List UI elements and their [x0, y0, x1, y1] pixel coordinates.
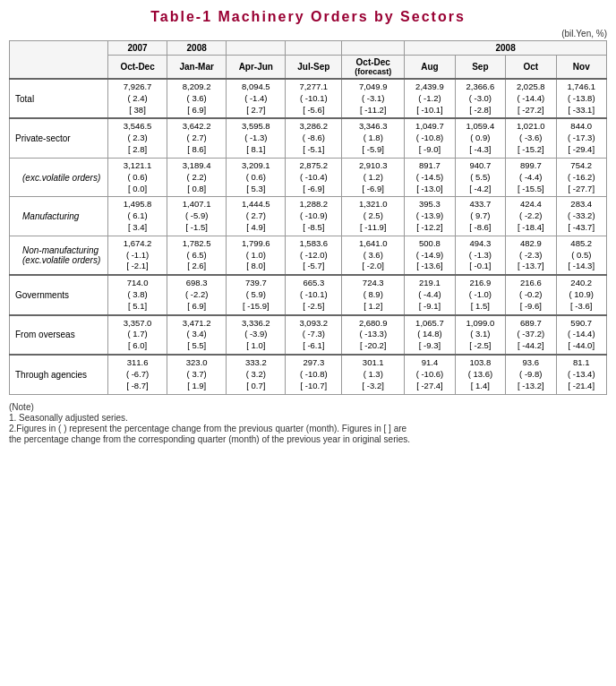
- data-cell: 311.6 ( -6.7) [ -8.7]: [108, 355, 167, 394]
- data-cell: 3,546.5 ( 2.3) [ 2.8]: [108, 118, 167, 158]
- data-cell: 3,346.3 ( 1.8) [ -5.9]: [342, 118, 405, 158]
- notes-title: (Note): [9, 402, 607, 412]
- data-cell: 103.8 ( 13.6) [ 1.4]: [455, 355, 505, 394]
- header-2008-monthly: 2008: [405, 41, 607, 56]
- header-row-1: 2007 2008 2008: [10, 41, 607, 56]
- data-cell: 1,288.2 ( -10.9) [ -8.5]: [286, 197, 342, 236]
- data-cell: 698.3 ( -2.2) [ 6.9]: [167, 275, 227, 314]
- data-cell: 3,209.1 ( 0.6) [ 5.3]: [227, 158, 286, 196]
- data-cell: 7,049.9 ( -3.1) [ -11.2]: [342, 79, 405, 118]
- empty-header: [10, 41, 108, 80]
- main-table: 2007 2008 2008 Oct-Dec Jan-Mar Apr-Jun J…: [9, 40, 607, 395]
- data-cell: 333.2 ( 3.2) [ 0.7]: [227, 355, 286, 394]
- data-cell: 665.3 ( -10.1) [ -2.5]: [286, 275, 342, 314]
- table-row: From overseas3,357.0 ( 1.7) [ 6.0]3,471.…: [10, 315, 607, 355]
- table-row: Manufacturing1,495.8 ( 6.1) [ 3.4]1,407.…: [10, 197, 607, 236]
- col-oct: Oct: [506, 56, 556, 80]
- data-cell: 1,059.4 ( 0.9) [ -4.3]: [455, 118, 505, 158]
- data-cell: 3,189.4 ( 2.2) [ 0.8]: [167, 158, 227, 196]
- header-2008: 2008: [167, 41, 227, 56]
- data-cell: 2,366.6 ( -3.0) [ -2.8]: [455, 79, 505, 118]
- col-apr-jun: Apr-Jun: [227, 56, 286, 80]
- row-label: Private-sector: [10, 118, 108, 158]
- data-cell: 424.4 ( -2.2) [ -18.4]: [506, 197, 556, 236]
- data-cell: 494.3 ( -1.3) [ -0.1]: [455, 236, 505, 275]
- data-cell: 3,595.8 ( -1.3) [ 8.1]: [227, 118, 286, 158]
- data-cell: 714.0 ( 3.8) [ 5.1]: [108, 275, 167, 314]
- data-cell: 8,209.2 ( 3.6) [ 6.9]: [167, 79, 227, 118]
- table-row: Non-manufacturing (exc.volatile orders)1…: [10, 236, 607, 275]
- data-cell: 590.7 ( -14.4) [ -44.0]: [556, 315, 607, 355]
- data-cell: 93.6 ( -9.8) [ -13.2]: [506, 355, 556, 394]
- header-apr: [227, 41, 286, 56]
- note-line: 2.Figures in ( ) represent the percentag…: [9, 424, 607, 433]
- col-sep: Sep: [455, 56, 505, 80]
- data-cell: 899.7 ( -4.4) [ -15.5]: [506, 158, 556, 196]
- data-cell: 485.2 ( 0.5) [ -14.3]: [556, 236, 607, 275]
- data-cell: 3,336.2 ( -3.9) [ 1.0]: [227, 315, 286, 355]
- row-label: Manufacturing: [10, 197, 108, 236]
- note-line: the percentage change from the correspon…: [9, 434, 607, 444]
- data-cell: 216.6 ( -0.2) [ -9.6]: [506, 275, 556, 314]
- data-cell: 1,674.2 ( -1.1) [ -2.1]: [108, 236, 167, 275]
- data-cell: 1,495.8 ( 6.1) [ 3.4]: [108, 197, 167, 236]
- header-jul: [286, 41, 342, 56]
- data-cell: 7,277.1 ( -10.1) [ -5.6]: [286, 79, 342, 118]
- data-cell: 283.4 ( -33.2) [ -43.7]: [556, 197, 607, 236]
- data-cell: 433.7 ( 9.7) [ -8.6]: [455, 197, 505, 236]
- data-cell: 482.9 ( -2.3) [ -13.7]: [506, 236, 556, 275]
- table-row: Through agencies311.6 ( -6.7) [ -8.7]323…: [10, 355, 607, 394]
- data-cell: 3,357.0 ( 1.7) [ 6.0]: [108, 315, 167, 355]
- data-cell: 3,121.1 ( 0.6) [ 0.0]: [108, 158, 167, 196]
- data-cell: 3,642.2 ( 2.7) [ 8.6]: [167, 118, 227, 158]
- data-cell: 1,065.7 ( 14.8) [ -9.3]: [405, 315, 455, 355]
- data-cell: 219.1 ( -4.4) [ -9.1]: [405, 275, 455, 314]
- row-label: (exc.volatile orders): [10, 158, 108, 196]
- data-cell: 2,910.3 ( 1.2) [ -6.9]: [342, 158, 405, 196]
- data-cell: 1,444.5 ( 2.7) [ 4.9]: [227, 197, 286, 236]
- header-oct-dec: [342, 41, 405, 56]
- data-cell: 1,641.0 ( 3.6) [ -2.0]: [342, 236, 405, 275]
- data-cell: 7,926.7 ( 2.4) [ 38]: [108, 79, 167, 118]
- data-cell: 3,471.2 ( 3.4) [ 5.5]: [167, 315, 227, 355]
- notes-section: (Note) 1. Seasonally adjusted series.2.F…: [9, 402, 607, 444]
- col-oct-dec-forecast: Oct-Dec (forecast): [342, 56, 405, 80]
- data-cell: 1,746.1 ( -13.8) [ -33.1]: [556, 79, 607, 118]
- data-cell: 240.2 ( 10.9) [ -3.6]: [556, 275, 607, 314]
- table-row: Governments714.0 ( 3.8) [ 5.1]698.3 ( -2…: [10, 275, 607, 314]
- data-cell: 1,782.5 ( 6.5) [ 2.6]: [167, 236, 227, 275]
- row-label: Through agencies: [10, 355, 108, 394]
- data-cell: 216.9 ( -1.0) [ 1.5]: [455, 275, 505, 314]
- data-cell: 91.4 ( -10.6) [ -27.4]: [405, 355, 455, 394]
- data-cell: 500.8 ( -14.9) [ -13.6]: [405, 236, 455, 275]
- note-line: 1. Seasonally adjusted series.: [9, 413, 607, 423]
- data-cell: 301.1 ( 1.3) [ -3.2]: [342, 355, 405, 394]
- data-cell: 395.3 ( -13.9) [ -12.2]: [405, 197, 455, 236]
- table-row: Total7,926.7 ( 2.4) [ 38]8,209.2 ( 3.6) …: [10, 79, 607, 118]
- data-cell: 1,099.0 ( 3.1) [ -2.5]: [455, 315, 505, 355]
- row-label: From overseas: [10, 315, 108, 355]
- col-oct-dec-2007: Oct-Dec: [108, 56, 167, 80]
- page-title: Table-1 Machinery Orders by Sectors: [9, 9, 607, 25]
- data-cell: 297.3 ( -10.8) [ -10.7]: [286, 355, 342, 394]
- col-jan-mar: Jan-Mar: [167, 56, 227, 80]
- data-cell: 8,094.5 ( -1.4) [ 2.7]: [227, 79, 286, 118]
- table-row: Private-sector3,546.5 ( 2.3) [ 2.8]3,642…: [10, 118, 607, 158]
- data-cell: 3,093.2 ( -7.3) [ -6.1]: [286, 315, 342, 355]
- data-cell: 1,583.6 ( -12.0) [ -5.7]: [286, 236, 342, 275]
- data-cell: 1,799.6 ( 1.0) [ 8.0]: [227, 236, 286, 275]
- unit-label: (bil.Yen, %): [9, 29, 607, 39]
- data-cell: 739.7 ( 5.9) [ -15.9]: [227, 275, 286, 314]
- data-cell: 689.7 ( -37.2) [ -44.2]: [506, 315, 556, 355]
- data-cell: 844.0 ( -17.3) [ -29.4]: [556, 118, 607, 158]
- col-nov: Nov: [556, 56, 607, 80]
- data-cell: 724.3 ( 8.9) [ 1.2]: [342, 275, 405, 314]
- data-cell: 1,021.0 ( -3.6) [ -15.2]: [506, 118, 556, 158]
- data-cell: 81.1 ( -13.4) [ -21.4]: [556, 355, 607, 394]
- col-jul-sep: Jul-Sep: [286, 56, 342, 80]
- data-cell: 2,875.2 ( -10.4) [ -6.9]: [286, 158, 342, 196]
- header-2007: 2007: [108, 41, 167, 56]
- data-cell: 754.2 ( -16.2) [ -27.7]: [556, 158, 607, 196]
- data-cell: 2,439.9 ( -1.2) [ -10.1]: [405, 79, 455, 118]
- data-cell: 891.7 ( -14.5) [ -13.0]: [405, 158, 455, 196]
